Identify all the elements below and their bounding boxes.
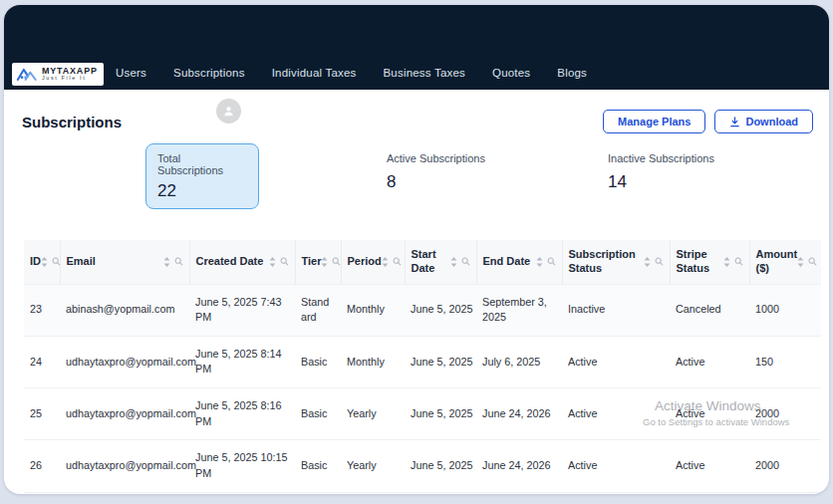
search-icon[interactable] [393, 257, 402, 266]
cell-id: 24 [24, 336, 60, 387]
cell-created-date: June 5, 2025 10:15 PM [189, 440, 295, 492]
stat-card-inactive-subscriptions[interactable]: Inactive Subscriptions14 [608, 143, 829, 209]
download-icon [729, 117, 740, 127]
cell-end-date: June 6, 2025 [476, 492, 562, 494]
nav-item-users[interactable]: Users [116, 67, 146, 79]
stat-label: Active Subscriptions [387, 152, 608, 164]
column-header-subscription-status: Subscription Status [562, 240, 670, 284]
stat-value: 14 [608, 172, 829, 192]
table-body: 23abinash@yopmail.comJune 5, 2025 7:43 P… [24, 284, 821, 494]
cell-tier: Basic [295, 388, 341, 440]
cell-tier: Basic [295, 440, 341, 492]
cell-period: Monthly [341, 284, 405, 336]
subscriptions-table-wrap: IDEmailCreated DateTierPeriodStart DateE… [24, 240, 813, 494]
stat-value: 8 [387, 172, 608, 192]
table-row: 27lolev94086@owlny.comJune 6, 2025 4:47 … [24, 492, 821, 494]
manage-plans-button[interactable]: Manage Plans [603, 110, 705, 133]
avatar[interactable] [216, 99, 241, 124]
subscriptions-table: IDEmailCreated DateTierPeriodStart DateE… [24, 240, 821, 494]
column-label: Subscription Status [569, 248, 644, 276]
column-header-icons [41, 257, 61, 267]
cell-start-date: June 6, 2025 [405, 492, 476, 494]
stat-card-total-subscriptions[interactable]: Total Subscriptions22 [145, 143, 259, 209]
nav-item-quotes[interactable]: Quotes [492, 67, 530, 79]
column-header-stripe-status: Stripe Status [670, 240, 749, 284]
search-icon[interactable] [174, 257, 183, 266]
nav-item-blogs[interactable]: Blogs [557, 67, 587, 79]
cell-stripe-status: Canceled [670, 492, 749, 494]
table-row: 25udhaytaxpro@yopmail.comJune 5, 2025 8:… [24, 388, 821, 440]
cell-end-date: June 24, 2026 [476, 388, 562, 440]
cell-end-date: June 24, 2026 [476, 440, 562, 492]
sort-icon[interactable] [723, 257, 730, 267]
cell-subscription-status: Active [562, 440, 670, 492]
cell-email: lolev94086@owlny.com [60, 492, 189, 494]
column-header-email: Email [60, 240, 189, 284]
header-actions: Manage Plans Download [603, 110, 813, 133]
cell-tier: Basic [295, 336, 341, 387]
search-icon[interactable] [808, 257, 817, 266]
cell-start-date: June 5, 2025 [405, 388, 476, 440]
cell-subscription-status: Inactive [562, 284, 670, 336]
sort-icon[interactable] [382, 257, 389, 267]
sort-icon[interactable] [797, 257, 804, 267]
cell-email: udhaytaxpro@yopmail.com [60, 336, 189, 387]
cell-start-date: June 5, 2025 [405, 284, 476, 336]
search-icon[interactable] [734, 257, 743, 266]
cell-amount: 1000 [749, 492, 821, 494]
search-icon[interactable] [52, 257, 61, 266]
cell-tier: Standard [295, 284, 341, 336]
main-nav: UsersSubscriptionsIndividual TaxesBusine… [116, 67, 587, 79]
cell-start-date: June 5, 2025 [405, 336, 476, 387]
nav-item-subscriptions[interactable]: Subscriptions [173, 67, 245, 79]
sort-icon[interactable] [536, 257, 543, 267]
cell-tier: Standard [295, 492, 341, 494]
cell-created-date: June 5, 2025 8:14 PM [189, 336, 295, 387]
stats-row: Total Subscriptions22Active Subscription… [145, 143, 829, 209]
download-button[interactable]: Download [714, 110, 813, 133]
sort-icon[interactable] [269, 257, 276, 267]
search-icon[interactable] [461, 257, 470, 266]
search-icon[interactable] [332, 257, 341, 266]
sort-icon[interactable] [41, 257, 48, 267]
column-header-icons [269, 257, 289, 267]
column-label: Email [67, 255, 163, 269]
cell-created-date: June 5, 2025 7:43 PM [189, 284, 295, 336]
app-window: MYTAXAPP Just File It UsersSubscriptions… [4, 5, 829, 494]
cell-created-date: June 6, 2025 4:47 AM [189, 492, 295, 494]
sort-icon[interactable] [644, 257, 651, 267]
cell-start-date: June 5, 2025 [405, 440, 476, 492]
stat-card-active-subscriptions[interactable]: Active Subscriptions8 [387, 143, 608, 209]
column-header-icons [163, 257, 183, 267]
search-icon[interactable] [655, 257, 664, 266]
cell-stripe-status: Active [670, 440, 749, 492]
column-label: Stripe Status [677, 248, 723, 276]
column-header-id: ID [24, 240, 60, 284]
search-icon[interactable] [547, 257, 556, 266]
cell-end-date: July 6, 2025 [476, 336, 562, 387]
cell-period: Yearly [341, 388, 405, 440]
search-icon[interactable] [280, 257, 289, 266]
sort-icon[interactable] [450, 257, 457, 267]
column-label: Period [348, 255, 382, 269]
sort-icon[interactable] [163, 257, 170, 267]
column-header-start-date: Start Date [405, 240, 476, 284]
column-label: Amount ($) [756, 248, 798, 276]
table-header-row: IDEmailCreated DateTierPeriodStart DateE… [24, 240, 821, 284]
column-header-tier: Tier [295, 240, 341, 284]
top-navbar: MYTAXAPP Just File It UsersSubscriptions… [4, 5, 829, 90]
cell-amount: 1000 [749, 284, 821, 336]
sort-icon[interactable] [321, 257, 328, 267]
logo[interactable]: MYTAXAPP Just File It [12, 63, 104, 86]
table-row: 26udhaytaxpro@yopmail.comJune 5, 2025 10… [24, 440, 821, 492]
stat-label: Inactive Subscriptions [608, 152, 829, 164]
cell-period: Monthly [341, 336, 405, 387]
column-header-period: Period [341, 240, 405, 284]
column-label: Start Date [412, 248, 450, 276]
cell-amount: 2000 [749, 440, 821, 492]
column-header-icons [321, 257, 341, 267]
page-title: Subscriptions [22, 114, 122, 130]
nav-item-individual-taxes[interactable]: Individual Taxes [272, 67, 357, 79]
nav-item-business-taxes[interactable]: Business Taxes [384, 67, 466, 79]
cell-stripe-status: Active [670, 336, 749, 387]
